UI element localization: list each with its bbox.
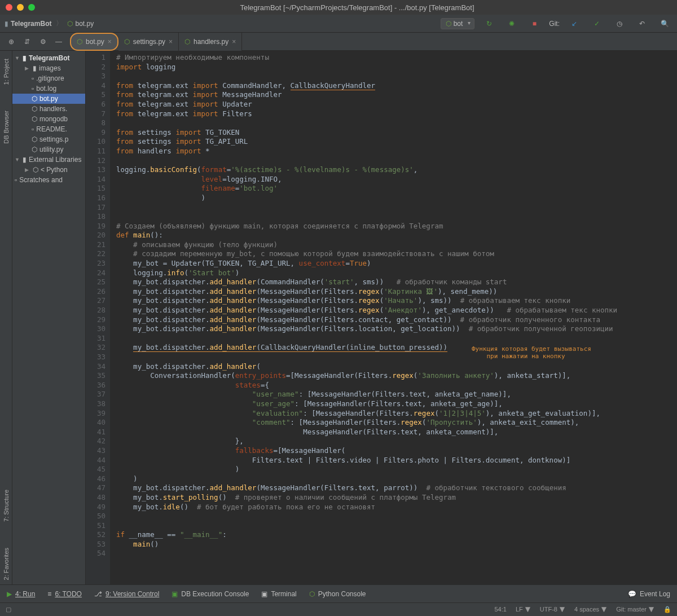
code-line[interactable] [116,512,677,521]
code-line[interactable]: my_bot.dispatcher.add_handler(MessageHan… [116,296,677,306]
panel-db-browser[interactable]: DB Browser [2,106,11,148]
status-indent[interactable]: 4 spaces ⯆ [574,606,607,613]
panel-project[interactable]: 1: Project [2,54,11,89]
code-line[interactable]: my_bot.dispatcher.add_handler(MessageHan… [116,306,677,315]
tab-handlers-py[interactable]: ⬡ handlers.py × [179,33,242,51]
tree-folder-images[interactable]: ▶▮ images [12,63,85,73]
panel-structure[interactable]: 7: Structure [2,485,11,526]
status-lock-icon[interactable]: 🔒 [663,606,671,613]
tree-file-botlog[interactable]: ▫ bot.log [12,83,85,94]
tool-event-log[interactable]: 💬 Event Log [628,590,670,598]
tree-file-settings[interactable]: ⬡ settings.p [12,134,85,144]
code-line[interactable]: }, [116,437,677,446]
run-config-dropdown[interactable]: ⬡bot [441,18,475,29]
code-line[interactable]: my_bot.dispatcher.add_handler(MessageHan… [116,483,677,493]
code-line[interactable]: filename='bot.log' [116,184,677,193]
code-line[interactable]: my_bot = Updater(TG_TOKEN, TG_API_URL, u… [116,259,677,269]
code-line[interactable]: ConversationHandler(entry_points=[Messag… [116,371,677,381]
run-icon[interactable]: ↻ [483,17,495,30]
code-line[interactable]: my_bot.dispatcher.add_handler( [116,362,677,372]
code-line[interactable] [116,549,677,558]
status-line-ending[interactable]: LF ⯆ [516,606,531,613]
collapse-icon[interactable]: — [52,36,65,48]
code-line[interactable] [116,156,677,166]
code-line[interactable]: "evaluation": [MessageHandler(Filters.re… [116,409,677,419]
code-line[interactable]: my_bot.idle() # бот будет работать пока … [116,503,677,512]
close-icon[interactable]: × [169,38,173,46]
tree-file-botpy[interactable]: ⬡ bot.py [12,94,85,104]
code-line[interactable]: from telegram.ext import CommandHandler,… [116,81,677,91]
status-menu-icon[interactable]: ▢ [6,606,11,613]
tree-file-mongodb[interactable]: ⬡ mongodb [12,114,85,124]
code-line[interactable] [116,203,677,213]
tool-vcs[interactable]: ⎇ 9: Version Control [94,590,159,598]
tree-external-libraries[interactable]: ▼▮ External Libraries [12,155,85,165]
status-caret-position[interactable]: 54:1 [494,606,506,613]
tool-todo[interactable]: ≡ 6: TODO [47,590,82,598]
stop-icon[interactable]: ■ [528,17,540,30]
code-line[interactable]: from handlers import * [116,147,677,156]
code-line[interactable]: level=logging.INFO, [116,175,677,184]
code-line[interactable]: # создадим переменную my_bot, с помощью … [116,249,677,259]
maximize-window-icon[interactable] [28,4,35,11]
code-line[interactable] [116,72,677,81]
code-line[interactable]: # Импортируем необходимые компоненты [116,53,677,63]
code-line[interactable]: my_bot.dispatcher.add_handler(MessageHan… [116,315,677,325]
tab-settings-py[interactable]: ⬡ settings.py × [118,33,179,51]
tool-db-console[interactable]: ▣ DB Execution Console [172,590,249,598]
close-icon[interactable]: × [108,38,112,46]
code-line[interactable]: ) [116,474,677,484]
code-line[interactable]: "user_name": [MessageHandler(Filters.tex… [116,390,677,399]
code-line[interactable]: fallbacks=[MessageHandler( [116,446,677,456]
code-line[interactable]: Filters.text | Filters.video | Filters.p… [116,456,677,465]
code-line[interactable]: my_bot.dispatcher.add_handler(MessageHan… [116,324,677,334]
code-line[interactable]: logging.info('Start bot') [116,269,677,278]
vcs-history-icon[interactable]: ◷ [613,17,626,30]
vcs-update-icon[interactable]: ↙ [568,17,581,30]
status-encoding[interactable]: UTF-8 ⯆ [540,606,565,613]
tree-python-sdk[interactable]: ▶⬡ < Python [12,165,85,175]
tree-scratches[interactable]: ▫ Scratches and [12,175,85,185]
code-line[interactable] [116,118,677,128]
code-line[interactable]: ) [116,465,677,474]
code-editor[interactable]: Функция которая будет вызываться при наж… [111,51,677,584]
code-line[interactable]: from telegram.ext import MessageHandler [116,90,677,100]
code-line[interactable]: "user_age": [MessageHandler(Filters.text… [116,399,677,409]
status-git-branch[interactable]: Git: master ⯆ [616,606,654,613]
debug-icon[interactable]: ✺ [505,17,518,30]
breadcrumb[interactable]: ▮ TelegramBot 〉 ⬡ bot.py [5,19,94,28]
gear-icon[interactable]: ⚙ [37,36,49,48]
close-window-icon[interactable] [6,4,12,11]
project-tree[interactable]: ▼▮ TelegramBot ▶▮ images ▫ .gitignore ▫ … [12,51,86,584]
code-line[interactable]: ) [116,193,677,203]
breadcrumb-project[interactable]: TelegramBot [11,20,51,28]
panel-favorites[interactable]: 2: Favorites [2,543,11,584]
close-icon[interactable]: × [232,38,236,46]
code-line[interactable]: from telegram.ext import Updater [116,100,677,109]
vcs-commit-icon[interactable]: ✓ [591,17,603,30]
code-line[interactable]: from telegram.ext import Filters [116,109,677,119]
code-line[interactable]: my_bot.dispatcher.add_handler(MessageHan… [116,287,677,297]
code-line[interactable] [116,212,677,222]
code-line[interactable]: MessageHandler(Filters.text, anketa_comm… [116,428,677,437]
code-line[interactable] [116,521,677,531]
code-line[interactable]: logging.basicConfig(format='%(asctime)s … [116,165,677,175]
tool-terminal[interactable]: ▣ Terminal [261,590,296,598]
code-line[interactable]: # описываем функцию (тело функции) [116,240,677,250]
breadcrumb-file[interactable]: bot.py [75,20,94,28]
vcs-revert-icon[interactable]: ↶ [636,17,648,30]
minimize-window-icon[interactable] [17,4,24,11]
code-line[interactable]: if __name__ == "__main__": [116,530,677,540]
tree-root[interactable]: ▼▮ TelegramBot [12,53,85,63]
code-line[interactable]: import logging [116,63,677,72]
code-line[interactable] [116,353,677,362]
expand-icon[interactable]: ⇵ [21,36,33,48]
search-icon[interactable]: 🔍 [658,17,671,30]
code-line[interactable]: states={ [116,381,677,390]
tree-file-handlers[interactable]: ⬡ handlers. [12,104,85,114]
tree-file-readme[interactable]: ▫ README. [12,124,85,134]
code-line[interactable]: def main(): [116,231,677,240]
window-controls[interactable] [6,4,35,11]
code-line[interactable]: from settings import TG_API_URL [116,137,677,147]
tab-bot-py[interactable]: ⬡ bot.py × [70,33,118,51]
